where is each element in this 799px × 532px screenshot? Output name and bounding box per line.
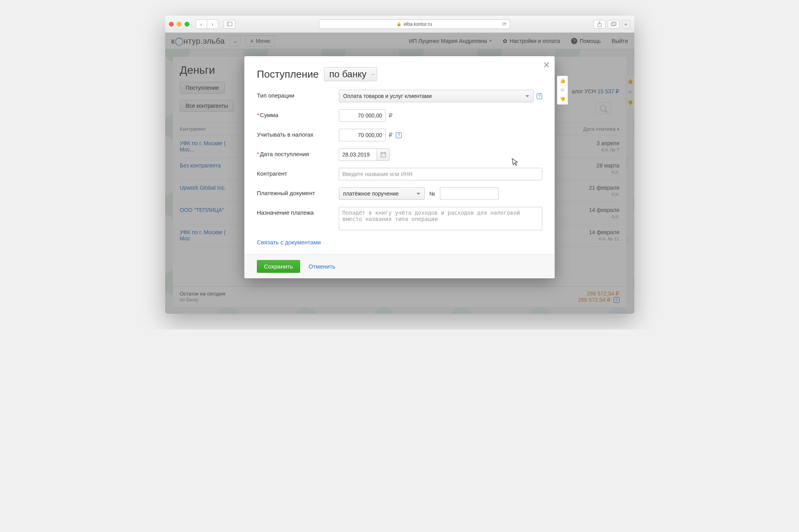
- back-button[interactable]: ‹: [196, 20, 207, 28]
- counterparty-input[interactable]: [339, 168, 542, 180]
- income-modal: ✕ 👍 ✉ 👎 Поступление по банку Тип операци…: [244, 56, 555, 278]
- modal-footer: Сохранить Отменить: [244, 254, 555, 278]
- safari-window: ‹ › 🔒 elba.kontur.ru ⟳ + к◯нтур.эл: [165, 16, 634, 314]
- modal-title-row: Поступление по банку: [257, 67, 542, 81]
- op-type-select[interactable]: Оплата товаров и услуг клиентами: [339, 90, 534, 102]
- lock-icon: 🔒: [397, 22, 401, 26]
- purpose-textarea[interactable]: [339, 207, 542, 230]
- window-controls: [169, 22, 189, 27]
- tax-amount-label: Учитывать в налогах: [257, 129, 339, 138]
- payment-doc-select[interactable]: платёжное поручение: [339, 187, 425, 200]
- svg-rect-5: [612, 22, 616, 25]
- thumbs-down-icon[interactable]: 👎: [557, 95, 568, 104]
- counterparty-label: Контрагент: [257, 168, 339, 177]
- amount-label: *Сумма: [257, 109, 339, 118]
- page-viewport: к◯нтур.эльба ⌄ ≡ Меню ИП Луценко Мария А…: [165, 33, 634, 314]
- svg-rect-6: [381, 153, 386, 157]
- cancel-button[interactable]: Отменить: [309, 263, 336, 270]
- modal-title: Поступление: [257, 68, 319, 80]
- address-bar[interactable]: 🔒 elba.kontur.ru ⟳: [319, 20, 510, 29]
- right-toolbar: +: [594, 20, 630, 28]
- purpose-label: Назначение платежа: [257, 207, 339, 216]
- date-label: *Дата поступления: [257, 148, 339, 157]
- payment-num-input[interactable]: [440, 187, 498, 200]
- url-text: elba.kontur.ru: [404, 21, 432, 27]
- new-tab-button[interactable]: +: [622, 20, 630, 28]
- help-icon[interactable]: ?: [396, 132, 402, 138]
- source-dropdown[interactable]: по банку: [324, 67, 377, 81]
- amount-input[interactable]: [339, 109, 386, 122]
- payment-doc-label: Платежный документ: [257, 187, 339, 196]
- reload-icon[interactable]: ⟳: [502, 21, 507, 27]
- thumbs-up-icon[interactable]: 👍: [557, 76, 568, 85]
- tabs-button[interactable]: [608, 20, 619, 28]
- link-documents-link[interactable]: Связать с документами: [257, 239, 321, 246]
- close-window-button[interactable]: [169, 22, 174, 27]
- help-icon[interactable]: ?: [537, 93, 542, 99]
- zoom-window-button[interactable]: [185, 22, 189, 27]
- sidebar-toggle-button[interactable]: [224, 20, 235, 28]
- forward-button[interactable]: ›: [207, 20, 218, 28]
- ruble-symbol: ₽: [389, 112, 393, 119]
- op-type-label: Тип операции: [257, 90, 339, 99]
- svg-rect-0: [227, 22, 232, 26]
- save-button[interactable]: Сохранить: [257, 260, 300, 273]
- nav-buttons: ‹ ›: [196, 20, 218, 29]
- payment-num-label: №: [429, 190, 435, 197]
- calendar-button[interactable]: [377, 148, 390, 161]
- ruble-symbol: ₽: [389, 132, 393, 139]
- date-input[interactable]: [339, 148, 377, 161]
- svg-rect-4: [611, 23, 615, 26]
- minimize-window-button[interactable]: [177, 22, 182, 27]
- mail-icon[interactable]: ✉: [557, 85, 568, 95]
- feedback-strip: 👍 ✉ 👎: [557, 76, 568, 105]
- close-icon[interactable]: ✕: [543, 60, 550, 70]
- share-button[interactable]: [594, 20, 605, 28]
- browser-toolbar: ‹ › 🔒 elba.kontur.ru ⟳ +: [165, 16, 634, 33]
- modal-overlay: ✕ 👍 ✉ 👎 Поступление по банку Тип операци…: [165, 33, 634, 314]
- tax-amount-input[interactable]: [339, 129, 386, 141]
